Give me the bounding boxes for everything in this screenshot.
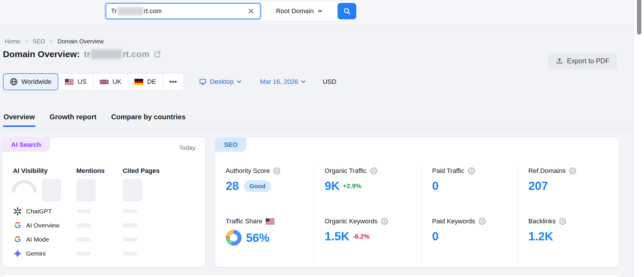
location-worldwide[interactable]: Worldwide	[3, 73, 58, 90]
clear-search-icon[interactable]	[247, 7, 255, 16]
skeleton-pill	[76, 209, 91, 213]
metric-value[interactable]: 1.2K	[528, 230, 553, 243]
metric-value[interactable]: 1.5K	[325, 230, 350, 243]
skeleton-pill	[76, 251, 91, 256]
location-label: UK	[112, 78, 122, 86]
metric-value[interactable]: 0	[432, 230, 439, 243]
info-globe-icon[interactable]	[569, 167, 576, 175]
skeleton-pill	[123, 209, 137, 213]
top-bar: Trrt.com Root Domain	[0, 0, 634, 26]
metric-value[interactable]: 9K	[325, 179, 340, 193]
metric-label: Organic Keywords	[325, 217, 377, 225]
date-label: Mar 16, 2026	[260, 78, 298, 86]
breadcrumb-seo[interactable]: SEO	[33, 38, 45, 45]
chevron-down-icon	[237, 80, 241, 83]
metric-organic-traffic: Organic Traffic 9K +2.9%	[314, 163, 421, 213]
google-icon: G	[13, 235, 22, 244]
metric-backlinks: Backlinks 1.2K	[517, 213, 619, 264]
skeleton-pill	[123, 251, 137, 256]
de-flag-icon	[134, 79, 143, 85]
search-scope-select[interactable]: Root Domain	[261, 7, 338, 15]
metric-authority-score: Authority Score 28 Good	[215, 163, 314, 213]
page-title-domain: trrt.com	[84, 49, 149, 59]
metric-label: Authority Score	[226, 167, 270, 175]
location-label: Worldwide	[21, 78, 51, 86]
chevron-down-icon	[318, 10, 322, 13]
chatgpt-icon	[13, 207, 22, 216]
metric-label: Ref.Domains	[528, 167, 566, 175]
metric-label: Backlinks	[528, 217, 556, 225]
ai-visibility-gauge	[12, 180, 37, 193]
metric-paid-traffic: Paid Traffic 0	[421, 163, 517, 213]
metric-value[interactable]: 56%	[246, 231, 269, 244]
metric-ref-domains: Ref.Domains 207	[517, 163, 619, 213]
device-selector[interactable]: Desktop	[199, 78, 241, 86]
ai-provider-label: AI Overview	[26, 222, 76, 229]
metric-label: Paid Traffic	[432, 167, 464, 175]
date-selector[interactable]: Mar 16, 2026	[260, 78, 306, 86]
info-globe-icon[interactable]	[370, 167, 377, 175]
external-link-icon[interactable]	[154, 50, 161, 58]
tab-growth-report[interactable]: Growth report	[49, 113, 97, 127]
us-flag-icon	[65, 79, 74, 85]
search-input[interactable]: Trrt.com	[106, 3, 261, 19]
info-globe-icon[interactable]	[559, 217, 567, 225]
column-cited-pages: Cited Pages	[123, 167, 160, 175]
currency-label: USD	[323, 78, 336, 86]
ai-row-chatgpt: ChatGPT	[13, 206, 137, 216]
skeleton-placeholder	[123, 179, 142, 202]
location-uk[interactable]: UK	[93, 73, 128, 90]
scrollbar-thumb[interactable]	[637, 0, 641, 35]
ai-row-ai-mode: G AI Mode	[13, 234, 137, 244]
ai-search-card: AI Search Today AI Visibility Mentions C…	[2, 138, 205, 267]
skeleton-pill	[123, 223, 137, 227]
tabs-divider	[0, 128, 634, 128]
google-icon: G	[13, 221, 22, 230]
column-mentions: Mentions	[76, 167, 123, 175]
search-scope-label: Root Domain	[276, 7, 313, 15]
seo-badge: SEO	[215, 138, 246, 152]
export-to-pdf-button[interactable]: Export to PDF	[548, 53, 617, 69]
skeleton-pill	[76, 237, 91, 242]
search-input-value[interactable]: Trrt.com	[111, 7, 247, 15]
info-globe-icon[interactable]	[478, 217, 486, 225]
breadcrumb: Home > SEO > Domain Overview	[5, 38, 104, 45]
metric-value[interactable]: 28	[226, 179, 239, 193]
redacted-text	[91, 50, 122, 59]
domain-search-bar: Trrt.com Root Domain	[104, 2, 358, 21]
info-globe-icon[interactable]	[468, 167, 475, 175]
ai-provider-label: Gemini	[26, 250, 76, 257]
breadcrumb-current: Domain Overview	[57, 38, 104, 45]
seo-metrics-grid: Authority Score 28 Good Organic Traffic …	[215, 163, 619, 264]
location-us[interactable]: US	[58, 73, 93, 90]
chevron-down-icon	[301, 80, 306, 83]
breadcrumb-home[interactable]: Home	[5, 38, 20, 45]
column-ai-visibility: AI Visibility	[13, 167, 76, 175]
info-globe-icon[interactable]	[381, 217, 388, 225]
scrollbar-track[interactable]	[634, 0, 644, 277]
breadcrumb-separator: >	[50, 39, 53, 45]
traffic-share-donut	[226, 230, 242, 246]
ai-provider-label: ChatGPT	[26, 208, 76, 215]
redacted-text	[117, 7, 143, 15]
location-de[interactable]: DE	[128, 73, 163, 90]
metric-value[interactable]: 0	[432, 179, 439, 193]
metric-traffic-share: Traffic Share 56%	[215, 213, 314, 264]
ai-row-gemini: Gemini	[13, 249, 137, 258]
metric-value[interactable]: 207	[528, 179, 548, 193]
skeleton-placeholder	[76, 179, 96, 202]
tab-compare-by-countries[interactable]: Compare by countries	[111, 113, 186, 127]
ai-provider-label: AI Mode	[26, 236, 76, 243]
search-button[interactable]	[338, 3, 356, 19]
report-tabs: Overview Growth report Compare by countr…	[3, 113, 186, 127]
ai-provider-rows: ChatGPT G AI Overview G AI Mode Gemini	[13, 206, 137, 258]
authority-score-rating-badge: Good	[244, 180, 272, 192]
uk-flag-icon	[100, 79, 109, 85]
location-more-button[interactable]: •••	[163, 73, 184, 90]
tab-overview[interactable]: Overview	[3, 113, 36, 127]
info-globe-icon[interactable]	[273, 167, 281, 175]
next-card-edge	[2, 275, 619, 277]
device-label: Desktop	[210, 78, 234, 86]
skeleton-pill	[123, 237, 137, 242]
more-dots-icon: •••	[169, 78, 177, 86]
